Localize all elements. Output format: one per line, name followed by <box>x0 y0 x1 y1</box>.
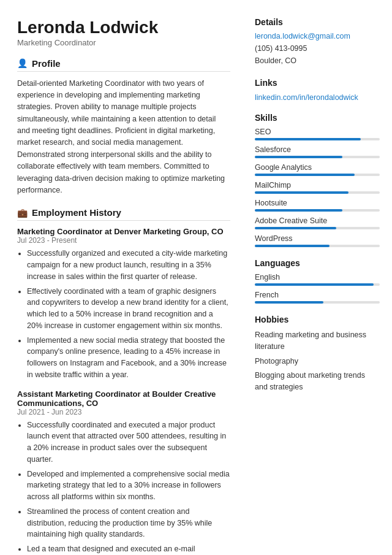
skill-mailchimp-name: MailChimp <box>255 181 380 189</box>
skill-wordpress-bar-fill <box>255 245 330 247</box>
skill-seo-bar-bg <box>255 138 380 140</box>
job-2: Assistant Marketing Coordinator at Bould… <box>17 389 230 555</box>
skill-salesforce: Salesforce <box>255 145 380 158</box>
job-1-dates: Jul 2023 - Present <box>17 236 230 245</box>
header: Leronda Lodwick Marketing Coordinator <box>17 17 230 47</box>
lang-english-bar-bg <box>255 283 380 286</box>
skill-hootsuite-bar-bg <box>255 209 380 212</box>
job-1-bullets: Successfully organized and executed a ci… <box>17 248 230 380</box>
skill-hootsuite-name: Hootsuite <box>255 199 380 207</box>
skill-mailchimp: MailChimp <box>255 181 380 194</box>
skill-seo-bar-fill <box>255 138 361 140</box>
job-2-bullets: Successfully coordinated and executed a … <box>17 419 230 555</box>
hobby-2: Photography <box>255 356 380 367</box>
skill-wordpress-name: WordPress <box>255 234 380 243</box>
skill-google-analytics-name: Google Analytics <box>255 163 380 172</box>
skill-seo: SEO <box>255 128 380 140</box>
hobby-3: Blogging about marketing trends and stra… <box>255 370 380 393</box>
skill-adobe-name: Adobe Creative Suite <box>255 216 380 225</box>
full-name: Leronda Lodwick <box>17 17 230 38</box>
location-text: Boulder, CO <box>255 55 380 67</box>
job-1-bullet-1: Successfully organized and executed a ci… <box>27 248 230 282</box>
hobbies-section: Hobbies Reading marketing and business l… <box>255 315 380 393</box>
job-2-bullet-4: Led a team that designed and executed an… <box>27 543 230 555</box>
links-title: Links <box>255 78 380 88</box>
lang-english-name: English <box>255 273 380 281</box>
profile-section-header: 👤 Profile <box>17 58 230 72</box>
lang-french-bar-fill <box>255 301 323 304</box>
email-link[interactable]: leronda.lodwick@gmail.com <box>255 32 380 40</box>
job-2-dates: Jul 2021 - Jun 2023 <box>17 408 230 416</box>
lang-french-name: French <box>255 291 380 299</box>
profile-label: Profile <box>32 58 61 69</box>
profile-section: 👤 Profile Detail-oriented Marketing Coor… <box>17 58 230 197</box>
job-2-bullet-3: Streamlined the process of content creat… <box>27 506 230 540</box>
skills-section: Skills SEO Salesforce Google Analytics <box>255 113 380 247</box>
links-section: Links linkedin.com/in/lerondalodwick <box>255 78 380 102</box>
employment-section: 💼 Employment History Marketing Coordinat… <box>17 207 230 555</box>
skill-mailchimp-bar-bg <box>255 191 380 194</box>
skill-google-analytics-bar-bg <box>255 174 380 176</box>
job-2-bullet-2: Developed and implemented a comprehensiv… <box>27 469 230 503</box>
lang-english: English <box>255 273 380 286</box>
lang-french: French <box>255 291 380 304</box>
skill-adobe-bar-bg <box>255 227 380 229</box>
employment-icon: 💼 <box>17 208 28 218</box>
skill-salesforce-bar-fill <box>255 156 342 158</box>
skill-hootsuite: Hootsuite <box>255 199 380 212</box>
job-2-title: Assistant Marketing Coordinator at Bould… <box>17 389 230 408</box>
skill-google-analytics-bar-fill <box>255 174 355 176</box>
languages-section: Languages English French <box>255 258 380 304</box>
hobbies-title: Hobbies <box>255 315 380 324</box>
page: Leronda Lodwick Marketing Coordinator 👤 … <box>0 0 392 555</box>
skill-salesforce-name: Salesforce <box>255 145 380 154</box>
employment-section-header: 💼 Employment History <box>17 207 230 221</box>
employment-label: Employment History <box>32 207 121 218</box>
skill-salesforce-bar-bg <box>255 156 380 158</box>
job-1-title: Marketing Coordinator at Denver Marketin… <box>17 227 230 236</box>
job-1: Marketing Coordinator at Denver Marketin… <box>17 227 230 380</box>
skill-mailchimp-bar-fill <box>255 191 349 194</box>
linkedin-link[interactable]: linkedin.com/in/lerondalodwick <box>255 93 358 102</box>
profile-text: Detail-oriented Marketing Coordinator wi… <box>17 78 230 197</box>
details-title: Details <box>255 17 380 27</box>
job-1-bullet-3: Implemented a new social media strategy … <box>27 335 230 381</box>
hobby-1: Reading marketing and business literatur… <box>255 329 380 353</box>
profile-icon: 👤 <box>17 58 28 68</box>
skill-adobe: Adobe Creative Suite <box>255 216 380 229</box>
skill-adobe-bar-fill <box>255 227 336 229</box>
right-column: Details leronda.lodwick@gmail.com (105) … <box>245 0 392 555</box>
skill-seo-name: SEO <box>255 128 380 136</box>
details-section: Details leronda.lodwick@gmail.com (105) … <box>255 17 380 67</box>
job-title-header: Marketing Coordinator <box>17 38 230 47</box>
skill-wordpress-bar-bg <box>255 245 380 247</box>
phone-text: (105) 413-0995 <box>255 42 380 55</box>
skills-title: Skills <box>255 113 380 123</box>
left-column: Leronda Lodwick Marketing Coordinator 👤 … <box>0 0 245 555</box>
skill-hootsuite-bar-fill <box>255 209 342 212</box>
skill-google-analytics: Google Analytics <box>255 163 380 176</box>
lang-english-bar-fill <box>255 283 374 286</box>
lang-french-bar-bg <box>255 301 380 304</box>
skill-wordpress: WordPress <box>255 234 380 247</box>
job-2-bullet-1: Successfully coordinated and executed a … <box>27 419 230 465</box>
languages-title: Languages <box>255 258 380 268</box>
job-1-bullet-2: Effectively coordinated with a team of g… <box>27 286 230 332</box>
